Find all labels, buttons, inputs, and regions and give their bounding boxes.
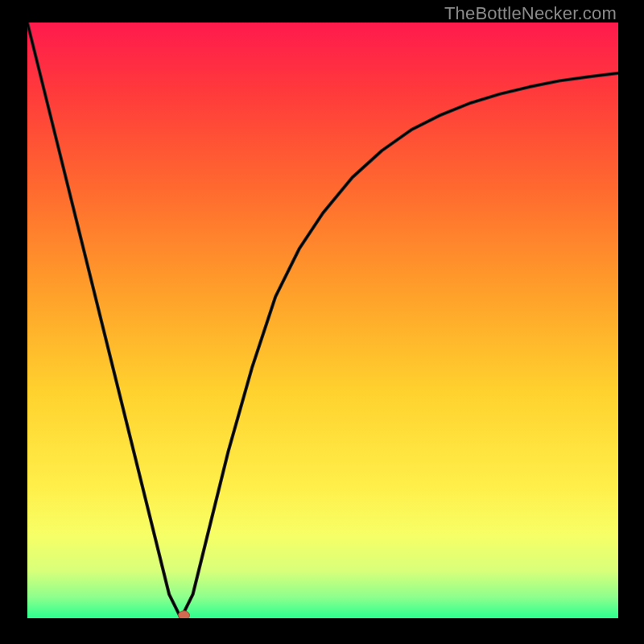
min-marker (179, 611, 190, 618)
watermark-text: TheBottleNecker.com (444, 3, 617, 24)
plot-area (27, 23, 618, 618)
chart-frame: TheBottleNecker.com (0, 0, 644, 644)
plot-svg (27, 23, 618, 618)
gradient-background (27, 23, 618, 618)
